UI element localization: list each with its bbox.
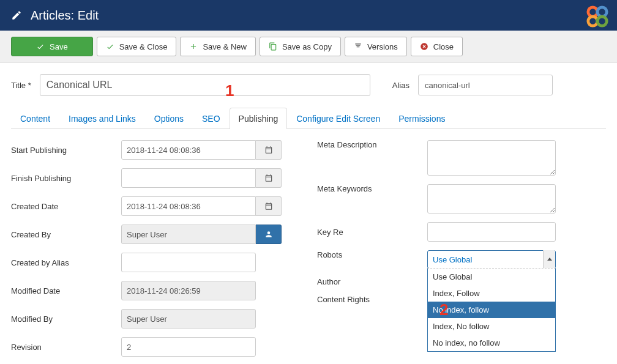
tab-configure-edit-screen[interactable]: Configure Edit Screen (287, 108, 389, 129)
input-modified-date (121, 281, 256, 300)
field-created-by: Created By (11, 225, 293, 244)
label-content-rights: Content Rights (317, 295, 427, 304)
label-finish-publishing: Finish Publishing (11, 174, 121, 183)
calendar-icon (264, 174, 273, 182)
field-meta-description: Meta Description (317, 140, 606, 176)
action-toolbar: Save Save & Close Save & New Save as Cop… (0, 31, 617, 63)
form-area: Title * Alias Content Images and Links O… (0, 63, 617, 364)
field-start-publishing: Start Publishing (11, 140, 293, 160)
tab-options[interactable]: Options (145, 108, 193, 129)
input-meta-keywords[interactable] (427, 184, 556, 214)
robots-option-noindex-follow[interactable]: No index, follow (428, 302, 555, 318)
robots-option-index-follow[interactable]: Index, Follow (428, 285, 555, 302)
robots-selected-value: Use Global (428, 255, 543, 264)
pencil-icon (11, 10, 22, 21)
field-modified-date: Modified Date (11, 281, 293, 300)
title-row: Title * Alias (11, 74, 606, 96)
copy-icon (269, 42, 277, 51)
label-key-reference: Key Re (317, 228, 427, 237)
label-robots: Robots (317, 250, 427, 259)
left-column: Start Publishing Finish Publishing (11, 140, 293, 364)
alias-input[interactable] (418, 75, 553, 95)
columns: Start Publishing Finish Publishing (11, 140, 606, 364)
alias-label: Alias (392, 81, 409, 90)
label-created-date: Created Date (11, 202, 121, 211)
robots-option-use-global[interactable]: Use Global (428, 269, 555, 285)
input-revision[interactable] (121, 337, 256, 357)
header-bar: Articles: Edit (0, 0, 617, 31)
robots-option-noindex-nofollow[interactable]: No index, no follow (428, 335, 555, 351)
user-picker-button[interactable] (256, 225, 282, 244)
field-robots: Robots Use Global Use Global Index, Foll… (317, 250, 606, 269)
calendar-icon (264, 146, 273, 154)
plus-icon (189, 42, 198, 51)
title-input[interactable] (40, 74, 370, 96)
user-icon (264, 230, 273, 239)
label-modified-by: Modified By (11, 314, 121, 324)
input-key-reference[interactable] (427, 222, 556, 242)
label-start-publishing: Start Publishing (11, 146, 121, 155)
input-created-date[interactable] (121, 196, 256, 216)
calendar-button[interactable] (256, 196, 282, 216)
tab-images-links[interactable]: Images and Links (59, 108, 145, 129)
input-created-by-alias[interactable] (121, 253, 256, 272)
field-modified-by: Modified By (11, 309, 293, 329)
tab-content[interactable]: Content (11, 108, 59, 129)
input-meta-description[interactable] (427, 140, 556, 176)
calendar-button[interactable] (256, 168, 282, 188)
check-icon (106, 42, 114, 51)
label-created-by-alias: Created by Alias (11, 258, 121, 267)
label-modified-date: Modified Date (11, 286, 121, 295)
save-button[interactable]: Save (11, 37, 93, 56)
svg-point-3 (597, 17, 607, 26)
right-column: Meta Description Meta Keywords Key Re Ro… (317, 140, 606, 364)
field-created-by-alias: Created by Alias (11, 253, 293, 272)
tab-publishing[interactable]: Publishing (230, 108, 288, 129)
joomla-logo (584, 5, 611, 30)
cancel-icon (420, 42, 428, 51)
save-new-button[interactable]: Save & New (180, 37, 256, 56)
tab-permissions[interactable]: Permissions (389, 108, 454, 129)
input-created-by (121, 225, 256, 244)
label-meta-description: Meta Description (317, 140, 427, 149)
field-created-date: Created Date (11, 196, 293, 216)
input-finish-publishing[interactable] (121, 168, 256, 188)
chevron-up-icon (543, 250, 555, 269)
versions-button[interactable]: Versions (345, 37, 407, 56)
save-copy-button[interactable]: Save as Copy (260, 37, 341, 56)
label-created-by: Created By (11, 230, 121, 239)
input-modified-by (121, 309, 256, 329)
close-button[interactable]: Close (411, 37, 463, 56)
archive-icon (354, 42, 362, 51)
robots-select[interactable]: Use Global Use Global Index, Follow No i… (427, 250, 556, 269)
label-author: Author (317, 277, 427, 286)
robots-dropdown: Use Global Index, Follow No index, follo… (427, 268, 556, 352)
field-revision: Revision (11, 337, 293, 357)
save-close-button[interactable]: Save & Close (97, 37, 177, 56)
tab-seo[interactable]: SEO (193, 108, 230, 129)
tabs: Content Images and Links Options SEO Pub… (11, 107, 606, 129)
input-start-publishing[interactable] (121, 140, 256, 160)
calendar-icon (264, 202, 273, 210)
check-icon (36, 42, 45, 51)
field-meta-keywords: Meta Keywords (317, 184, 606, 214)
field-key-reference: Key Re (317, 222, 606, 242)
title-label: Title * (11, 81, 31, 90)
page-title: Articles: Edit (31, 9, 99, 23)
label-meta-keywords: Meta Keywords (317, 184, 427, 193)
field-finish-publishing: Finish Publishing (11, 168, 293, 188)
calendar-button[interactable] (256, 140, 282, 160)
label-revision: Revision (11, 343, 121, 352)
robots-option-index-nofollow[interactable]: Index, No follow (428, 318, 555, 335)
